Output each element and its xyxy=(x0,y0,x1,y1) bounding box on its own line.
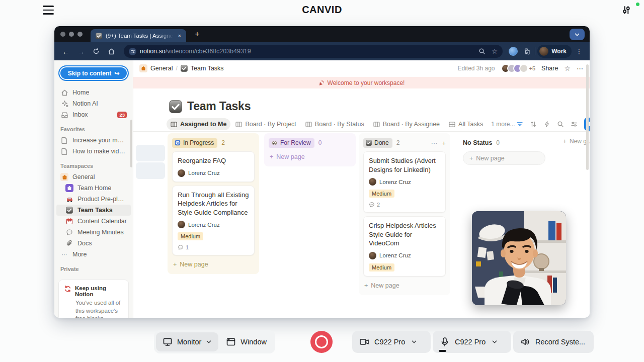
comment-icon xyxy=(178,244,184,250)
settings-sliders-icon[interactable] xyxy=(621,5,632,16)
search-icon[interactable] xyxy=(478,48,486,55)
browser-tabstrip: (9+) Team Tasks | Assigned to × + xyxy=(54,26,590,42)
microphone-device-selector[interactable]: C922 Pro xyxy=(433,331,511,353)
for-review-status-tag[interactable]: For Review xyxy=(269,138,314,148)
page-doc-icon xyxy=(60,147,68,155)
browser-profile-chip[interactable]: Work xyxy=(537,45,572,58)
window-source-button[interactable]: Window xyxy=(219,332,273,351)
task-card[interactable]: Run Through all Existing Helpdesk Articl… xyxy=(172,186,255,256)
task-card[interactable]: Crisp Helpdesk Articles Style Guide for … xyxy=(363,216,446,277)
column-add-icon[interactable]: + xyxy=(442,139,446,147)
sidebar-item-notion-ai[interactable]: Notion AI xyxy=(56,98,131,109)
assignee-avatar xyxy=(369,178,376,186)
webcam-preview[interactable] xyxy=(472,211,566,305)
favorite-item[interactable]: How to make video pr... xyxy=(56,146,131,157)
sidebar-item-content-calendar[interactable]: 17 Content Calendar xyxy=(56,216,131,227)
view-settings-sliders-icon[interactable] xyxy=(571,121,578,128)
mic-level-indicator xyxy=(439,350,446,352)
view-tab-board-by-assignee[interactable]: Board · By Assignee xyxy=(369,118,444,130)
camera-icon xyxy=(359,337,369,347)
new-page-button[interactable]: + New page xyxy=(269,151,351,162)
board-view-icon xyxy=(305,121,312,128)
sidebar-item-product-preplanning[interactable]: Product Pre-planning xyxy=(56,194,131,205)
main-scrollbar[interactable] xyxy=(586,64,589,170)
sidebar-item-general[interactable]: General xyxy=(56,171,131,183)
new-page-button[interactable]: + New page xyxy=(363,280,446,291)
browser-tab-active[interactable]: (9+) Team Tasks | Assigned to × xyxy=(91,29,186,42)
automation-zap-icon[interactable] xyxy=(543,121,550,128)
upsell-card: Keep using Notion You've used all of thi… xyxy=(58,280,129,318)
sidebar-item-inbox[interactable]: Inbox 23 xyxy=(56,109,131,120)
extensions-puzzle-icon[interactable] xyxy=(520,45,533,58)
skip-to-content-button[interactable]: Skip to content ↪ xyxy=(58,65,129,81)
in-progress-status-tag[interactable]: In Progress xyxy=(172,138,217,148)
in-progress-icon xyxy=(175,140,181,146)
task-card[interactable]: Submit Studies (Advert Designs for Linke… xyxy=(363,151,446,213)
share-button[interactable]: Share xyxy=(541,65,558,72)
browser-back-icon[interactable]: ← xyxy=(59,45,72,58)
search-icon[interactable] xyxy=(557,121,564,128)
sidebar-item-team-home[interactable]: Team Home xyxy=(56,183,131,194)
view-tab-all-tasks[interactable]: All Tasks xyxy=(445,118,487,130)
browser-menu-kebab-icon[interactable]: ⋮ xyxy=(574,47,585,55)
breadcrumb-general[interactable]: General xyxy=(139,64,173,72)
bookmark-star-icon[interactable]: ☆ xyxy=(492,47,498,55)
sort-icon[interactable] xyxy=(530,121,537,128)
view-tab-board-by-status[interactable]: Board · By Status xyxy=(301,118,368,130)
column-for-review: For Review 0 + New page xyxy=(264,133,356,166)
url-host: notion.so xyxy=(140,48,166,55)
done-status-tag[interactable]: Done xyxy=(363,138,392,148)
inbox-unread-badge: 23 xyxy=(117,112,127,118)
party-icon xyxy=(318,80,325,86)
site-info-icon[interactable] xyxy=(129,48,136,55)
window-traffic-lights[interactable] xyxy=(60,32,83,37)
view-tab-board-by-project[interactable]: Board · By Project xyxy=(231,118,300,130)
task-card[interactable]: Reorganize FAQ Lorenz Cruz xyxy=(172,151,255,182)
sidebar-item-home[interactable]: Home xyxy=(56,87,131,98)
page-menu-icon[interactable]: ⋯ xyxy=(577,65,584,72)
ellipsis-icon: ⋯ xyxy=(60,250,68,258)
home-icon xyxy=(60,88,68,97)
browser-forward-icon[interactable]: → xyxy=(74,45,88,58)
more-views-link[interactable]: 1 more... xyxy=(491,121,515,128)
view-tab-assigned-to-me[interactable]: Assigned to Me xyxy=(167,118,230,130)
filter-icon[interactable] xyxy=(516,121,523,128)
browser-home-icon[interactable] xyxy=(105,45,118,58)
general-house-icon xyxy=(60,173,68,181)
tab-search-chevron-button[interactable] xyxy=(570,29,585,40)
extension-avatar-icon[interactable] xyxy=(509,47,518,56)
tab-close-icon[interactable]: × xyxy=(178,33,181,39)
new-page-button[interactable]: + New page xyxy=(172,259,255,270)
column-menu-icon[interactable]: ⋯ xyxy=(431,139,437,147)
priority-tag: Medium xyxy=(369,190,394,198)
address-bar[interactable]: notion.so/videocom/cbe36ffc203b49319 ☆ xyxy=(124,45,503,58)
new-tab-button[interactable]: + xyxy=(191,28,203,40)
chevron-down-icon xyxy=(206,339,212,345)
system-audio-selector[interactable]: Record Syste... xyxy=(513,331,594,353)
view-controls: New xyxy=(516,118,590,131)
priority-tag: Medium xyxy=(178,232,203,240)
breadcrumb-team-tasks[interactable]: Team Tasks xyxy=(181,65,224,72)
browser-reload-icon[interactable] xyxy=(90,45,103,58)
notion-plan-cycle-icon xyxy=(64,285,71,293)
favorite-star-icon[interactable]: ☆ xyxy=(564,64,571,72)
profile-avatar xyxy=(539,47,548,56)
table-view-icon xyxy=(449,121,455,128)
favorite-item[interactable]: Increase your media i... xyxy=(56,135,131,146)
edited-timestamp: Edited 3h ago xyxy=(457,65,495,72)
status-green-dot xyxy=(636,3,639,6)
sidebar-item-more[interactable]: ⋯ More xyxy=(56,249,131,260)
sidebar-item-meeting-minutes[interactable]: Meeting Minutes xyxy=(56,227,131,238)
camera-device-selector[interactable]: C922 Pro xyxy=(352,331,431,353)
column-no-status: No Status 0 + New page xyxy=(458,133,550,169)
monitor-source-button[interactable]: Monitor xyxy=(156,332,218,351)
sidebar-item-team-tasks[interactable]: Team Tasks xyxy=(56,205,131,216)
breadcrumb-separator: / xyxy=(176,65,177,72)
chevron-down-icon xyxy=(411,339,417,345)
new-page-button[interactable]: + New page xyxy=(463,151,545,165)
page-check-icon xyxy=(169,100,182,113)
sidebar-scrollbar[interactable] xyxy=(130,120,132,167)
sidebar-item-docs[interactable]: Docs xyxy=(56,238,131,249)
column-done: Done 2 ⋯ + Submit Studies (Advert Design… xyxy=(359,133,450,295)
record-button[interactable] xyxy=(310,331,333,353)
